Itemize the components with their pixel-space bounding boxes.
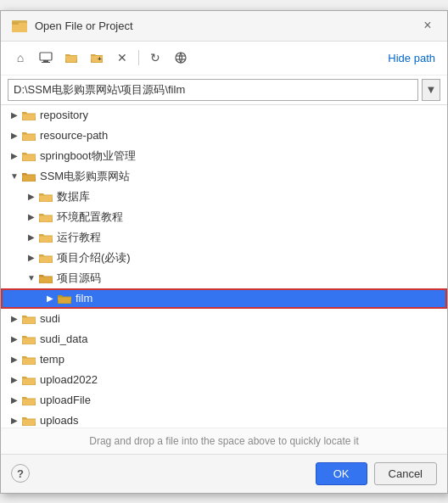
network-button[interactable] — [170, 47, 192, 69]
tree-label-resource-path: resource-path — [40, 129, 108, 142]
svg-rect-5 — [42, 62, 50, 63]
expand-arrow-database: ▶ — [25, 190, 38, 204]
expand-arrow-film: ▶ — [43, 292, 57, 305]
computer-button[interactable] — [35, 47, 57, 69]
expand-arrow-springboot: ▶ — [8, 149, 21, 163]
tree-item-repository[interactable]: ▶ repository — [1, 105, 447, 126]
expand-arrow-run-guide: ▶ — [25, 231, 38, 244]
folder-icon-upload2022 — [21, 374, 36, 386]
help-button[interactable]: ? — [11, 464, 30, 483]
file-tree: ▶ repository ▶ resource-path ▶ springboo… — [1, 105, 447, 428]
svg-rect-3 — [40, 53, 52, 60]
title-bar-left: Open File or Project — [11, 17, 133, 34]
refresh-button[interactable]: ↻ — [144, 47, 166, 69]
ok-button[interactable]: OK — [316, 462, 367, 485]
delete-button[interactable]: ✕ — [111, 47, 133, 69]
folder-icon-repository — [21, 109, 36, 121]
tree-item-project-source[interactable]: ▼ 项目源码 — [1, 268, 447, 288]
toolbar-separator — [138, 50, 139, 65]
expand-arrow-upload2022: ▶ — [8, 373, 21, 387]
new-folder-button[interactable]: + — [86, 47, 108, 69]
expand-arrow-sudi: ▶ — [8, 312, 21, 326]
svg-rect-4 — [43, 60, 48, 62]
tree-item-ssm[interactable]: ▼ SSM电影购票网站 — [1, 166, 447, 187]
folder-icon-springboot — [21, 150, 36, 162]
folder-button[interactable] — [60, 47, 82, 69]
title-bar: Open File or Project × — [1, 11, 447, 42]
drop-hint: Drag and drop a file into the space abov… — [1, 428, 447, 454]
cancel-button[interactable]: Cancel — [374, 462, 437, 485]
hide-path-button[interactable]: Hide path — [384, 50, 439, 66]
svg-rect-2 — [12, 22, 19, 25]
tree-label-springboot: springboot物业管理 — [40, 148, 136, 164]
close-button[interactable]: × — [418, 16, 437, 35]
expand-arrow-repository: ▶ — [8, 109, 21, 122]
folder-icon-uploads — [21, 415, 36, 427]
folder-icon-env-config — [38, 211, 53, 223]
tree-item-sudi[interactable]: ▶ sudi — [1, 309, 447, 329]
expand-arrow-temp: ▶ — [8, 353, 21, 366]
tree-item-run-guide[interactable]: ▶ 运行教程 — [1, 227, 447, 248]
folder-icon-uploadfile — [21, 394, 36, 406]
tree-label-uploads: uploads — [40, 414, 79, 427]
open-file-dialog: Open File or Project × ⌂ + ✕ ↻ Hide path… — [0, 10, 448, 494]
drop-hint-text: Drag and drop a file into the space abov… — [89, 435, 359, 447]
path-dropdown-button[interactable]: ▼ — [422, 79, 440, 101]
expand-arrow-sudi-data: ▶ — [8, 333, 21, 346]
folder-icon-film — [57, 293, 72, 305]
tree-label-sudi: sudi — [40, 312, 60, 325]
folder-icon-project-source — [38, 272, 53, 284]
folder-icon-temp — [21, 354, 36, 366]
svg-text:+: + — [98, 55, 102, 63]
tree-label-run-guide: 运行教程 — [57, 230, 101, 245]
folder-icon-run-guide — [38, 232, 53, 243]
home-button[interactable]: ⌂ — [9, 47, 31, 69]
folder-icon-database — [38, 191, 53, 203]
bottom-buttons: OK Cancel — [316, 462, 437, 485]
tree-label-sudi-data: sudi_data — [40, 333, 87, 345]
expand-arrow-project-intro: ▶ — [25, 251, 38, 265]
expand-arrow-uploads: ▶ — [8, 414, 21, 428]
svg-point-7 — [176, 53, 186, 63]
tree-item-springboot[interactable]: ▶ springboot物业管理 — [1, 146, 447, 166]
tree-item-database[interactable]: ▶ 数据库 — [1, 187, 447, 207]
expand-arrow-env-config: ▶ — [25, 210, 38, 224]
tree-item-sudi-data[interactable]: ▶ sudi_data — [1, 329, 447, 349]
tree-label-env-config: 环境配置教程 — [57, 210, 123, 225]
folder-icon-ssm — [21, 170, 36, 182]
tree-label-ssm: SSM电影购票网站 — [40, 169, 130, 184]
dialog-icon — [11, 17, 28, 34]
tree-item-temp[interactable]: ▶ temp — [1, 349, 447, 370]
folder-icon-resource-path — [21, 130, 36, 142]
toolbar: ⌂ + ✕ ↻ Hide path — [1, 42, 447, 75]
tree-label-repository: repository — [40, 109, 88, 121]
expand-arrow-project-source: ▼ — [25, 271, 38, 285]
dialog-title: Open File or Project — [35, 20, 133, 32]
tree-label-database: 数据库 — [57, 189, 90, 204]
tree-item-resource-path[interactable]: ▶ resource-path — [1, 126, 447, 146]
tree-item-upload2022[interactable]: ▶ upload2022 — [1, 370, 447, 390]
tree-item-env-config[interactable]: ▶ 环境配置教程 — [1, 207, 447, 227]
tree-item-uploads[interactable]: ▶ uploads — [1, 411, 447, 428]
tree-label-film: film — [76, 292, 92, 305]
tree-item-project-intro[interactable]: ▶ 项目介绍(必读) — [1, 248, 447, 268]
expand-arrow-resource-path: ▶ — [8, 129, 21, 143]
tree-label-temp: temp — [40, 353, 64, 366]
path-input[interactable] — [8, 79, 418, 101]
expand-arrow-uploadfile: ▶ — [8, 394, 21, 407]
tree-item-uploadfile[interactable]: ▶ uploadFile — [1, 390, 447, 411]
expand-arrow-ssm: ▼ — [8, 170, 21, 183]
bottom-bar: ? OK Cancel — [1, 454, 447, 493]
tree-item-film[interactable]: ▶ film — [1, 288, 447, 309]
tree-label-project-source: 项目源码 — [57, 271, 101, 286]
tree-label-uploadfile: uploadFile — [40, 394, 91, 406]
tree-label-upload2022: upload2022 — [40, 373, 98, 386]
path-bar: ▼ — [1, 75, 447, 105]
folder-icon-sudi-data — [21, 333, 36, 345]
folder-icon-sudi — [21, 313, 36, 325]
folder-icon-project-intro — [38, 252, 53, 264]
tree-label-project-intro: 项目介绍(必读) — [57, 250, 131, 265]
